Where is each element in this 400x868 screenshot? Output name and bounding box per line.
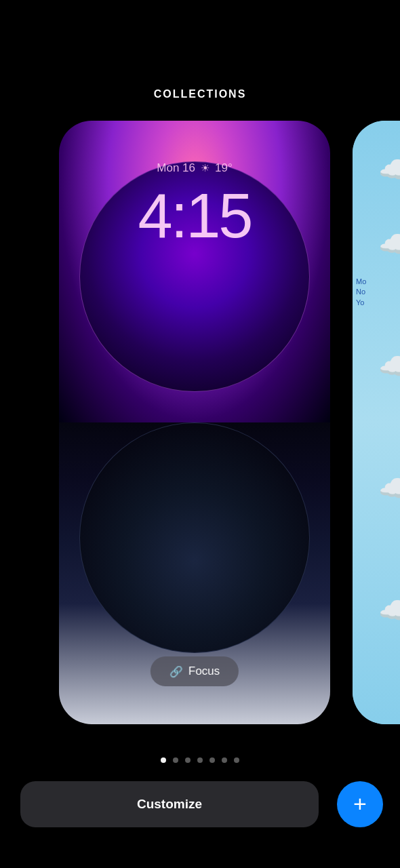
collections-title: COLLECTIONS	[0, 88, 400, 100]
orb-bottom-reflection	[79, 422, 310, 653]
date-label: Mon 16	[157, 161, 195, 175]
dot-6	[222, 757, 227, 763]
cloud-icon-5: ☁️	[378, 595, 400, 625]
dot-2	[173, 757, 178, 763]
second-card-line2: No	[356, 287, 400, 297]
main-phone-card[interactable]: Mon 16 ☀ 19° 4:15 🔗 Focus	[59, 121, 330, 724]
dot-7	[234, 757, 239, 763]
dot-5	[209, 757, 215, 763]
page-indicator	[0, 757, 400, 763]
second-card-background: Mo No Yo ☁️ ☁️ ☁️ ☁️ ☁️	[353, 121, 400, 724]
dot-1	[161, 757, 166, 763]
cloud-icon-1: ☁️	[378, 155, 400, 184]
sun-icon: ☀	[201, 162, 209, 174]
cloud-icon-3: ☁️	[378, 351, 400, 381]
focus-label: Focus	[188, 665, 220, 678]
link-icon: 🔗	[169, 665, 183, 678]
second-phone-card[interactable]: Mo No Yo ☁️ ☁️ ☁️ ☁️ ☁️	[353, 121, 400, 724]
dot-4	[197, 757, 203, 763]
second-card-text: Mo No Yo	[356, 277, 400, 308]
plus-icon: +	[353, 792, 367, 815]
date-weather-bar: Mon 16 ☀ 19°	[59, 161, 330, 175]
second-card-line3: Yo	[356, 298, 400, 308]
add-wallpaper-button[interactable]: +	[337, 781, 383, 827]
second-card-line1: Mo	[356, 277, 400, 287]
customize-button[interactable]: Customize	[20, 781, 319, 827]
focus-button[interactable]: 🔗 Focus	[151, 656, 239, 686]
cloud-icon-4: ☁️	[378, 473, 400, 503]
temperature-label: 19°	[215, 161, 233, 175]
time-display: 4:15	[59, 180, 330, 252]
dot-3	[185, 757, 191, 763]
cloud-icon-2: ☁️	[378, 229, 400, 259]
